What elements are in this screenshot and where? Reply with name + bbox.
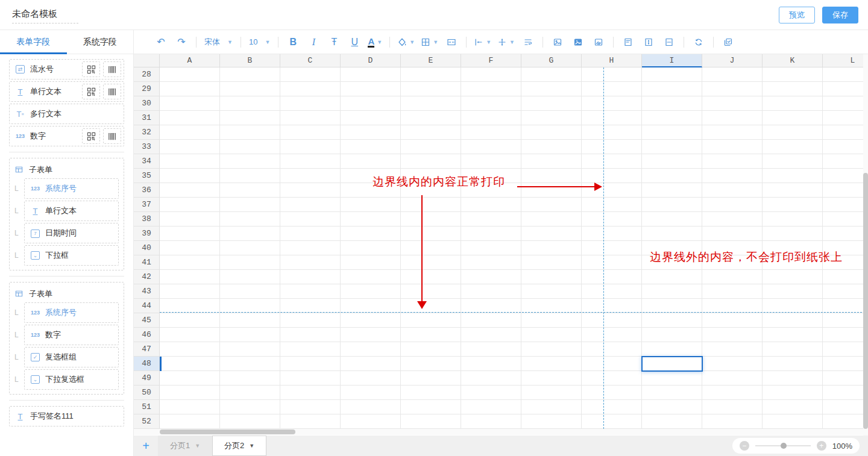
cell-L32[interactable] [823,125,868,140]
cell-F34[interactable] [461,154,521,169]
borders-button[interactable]: ▼ [421,34,438,51]
cell-I29[interactable] [642,82,702,96]
cell-K49[interactable] [763,371,823,386]
sidebar-tab-system-fields[interactable]: 系统字段 [67,30,134,54]
cell-E49[interactable] [401,371,461,386]
cell-G38[interactable] [521,212,582,226]
cell-B42[interactable] [220,270,280,284]
cell-K45[interactable] [763,313,823,328]
cell-C39[interactable] [280,226,341,241]
cell-B43[interactable] [220,284,280,299]
column-header-H[interactable]: H [582,54,642,67]
cell-D31[interactable] [341,111,401,125]
cell-D44[interactable] [341,299,401,313]
cell-J52[interactable] [702,414,763,429]
cell-C37[interactable] [280,198,341,212]
cell-G45[interactable] [521,313,582,328]
row-header-52[interactable]: 52 [134,414,160,429]
cell-L49[interactable] [823,371,868,386]
cell-E38[interactable] [401,212,461,226]
cell-I33[interactable] [642,140,702,154]
cell-B47[interactable] [220,342,280,357]
cell-L52[interactable] [823,414,868,429]
cell-H31[interactable] [582,111,642,125]
cell-F48[interactable] [461,357,521,371]
cell-B39[interactable] [220,226,280,241]
cell-A34[interactable] [160,154,220,169]
field-item[interactable]: ⇄流水号 [9,59,124,80]
cell-G31[interactable] [521,111,582,125]
cell-B52[interactable] [220,414,280,429]
column-header-L[interactable]: L [823,54,868,67]
cell-G37[interactable] [521,198,582,212]
fill-color-button[interactable]: ▼ [397,34,415,51]
cell-H48[interactable] [582,357,642,371]
cell-L31[interactable] [823,111,868,125]
undo-button[interactable]: ↶ [154,34,168,51]
cell-E51[interactable] [401,400,461,414]
cell-H51[interactable] [582,400,642,414]
cell-F51[interactable] [461,400,521,414]
cell-B31[interactable] [220,111,280,125]
cell-H42[interactable] [582,270,642,284]
cell-H30[interactable] [582,96,642,111]
cell-F47[interactable] [461,342,521,357]
cell-J47[interactable] [702,342,763,357]
cell-J30[interactable] [702,96,763,111]
font-family-select[interactable]: 宋体▼ [204,37,233,48]
cell-F44[interactable] [461,299,521,313]
cell-G42[interactable] [521,270,582,284]
add-sheet-button[interactable]: + [134,440,158,452]
row-header-36[interactable]: 36 [134,183,160,198]
cell-C36[interactable] [280,183,341,198]
cell-C33[interactable] [280,140,341,154]
cell-C40[interactable] [280,241,341,255]
bold-button[interactable]: B [286,34,300,51]
cell-D51[interactable] [341,400,401,414]
cell-E41[interactable] [401,255,461,270]
strikethrough-button[interactable]: Ŧ [327,34,341,51]
cell-D41[interactable] [341,255,401,270]
cell-D46[interactable] [341,328,401,342]
cell-I34[interactable] [642,154,702,169]
cell-K37[interactable] [763,198,823,212]
column-header-A[interactable]: A [160,54,220,67]
subform-group[interactable]: 子表单L123系统序号L123数字L✓复选框组L⌄下拉复选框 [9,282,124,395]
column-header-G[interactable]: G [521,54,582,67]
sheet-tab-2[interactable]: 分页2▼ [212,436,266,456]
qrcode-button[interactable] [82,84,100,99]
grid-corner[interactable] [134,54,160,67]
cell-J36[interactable] [702,183,763,198]
cell-G36[interactable] [521,183,582,198]
cell-C46[interactable] [280,328,341,342]
cell-B33[interactable] [220,140,280,154]
cell-K29[interactable] [763,82,823,96]
cell-F28[interactable] [461,67,521,82]
cell-G39[interactable] [521,226,582,241]
row-header-31[interactable]: 31 [134,111,160,125]
row-header-49[interactable]: 49 [134,371,160,386]
cell-D28[interactable] [341,67,401,82]
column-header-K[interactable]: K [763,54,823,67]
row-header-32[interactable]: 32 [134,125,160,140]
column-header-E[interactable]: E [401,54,461,67]
cell-J37[interactable] [702,198,763,212]
cell-K31[interactable] [763,111,823,125]
cell-I35[interactable] [642,169,702,183]
row-height-button[interactable] [641,34,656,51]
insert-image-button[interactable] [550,34,565,51]
cell-A30[interactable] [160,96,220,111]
font-size-select[interactable]: 10▼ [249,37,270,46]
cell-E29[interactable] [401,82,461,96]
cell-C31[interactable] [280,111,341,125]
cell-J44[interactable] [702,299,763,313]
row-header-38[interactable]: 38 [134,212,160,226]
cell-C51[interactable] [280,400,341,414]
cell-E31[interactable] [401,111,461,125]
barcode-button[interactable] [103,61,121,77]
cell-I42[interactable] [642,270,702,284]
cell-J31[interactable] [702,111,763,125]
field-item[interactable]: T单行文本 [9,81,124,102]
cell-H28[interactable] [582,67,642,82]
cell-B49[interactable] [220,371,280,386]
